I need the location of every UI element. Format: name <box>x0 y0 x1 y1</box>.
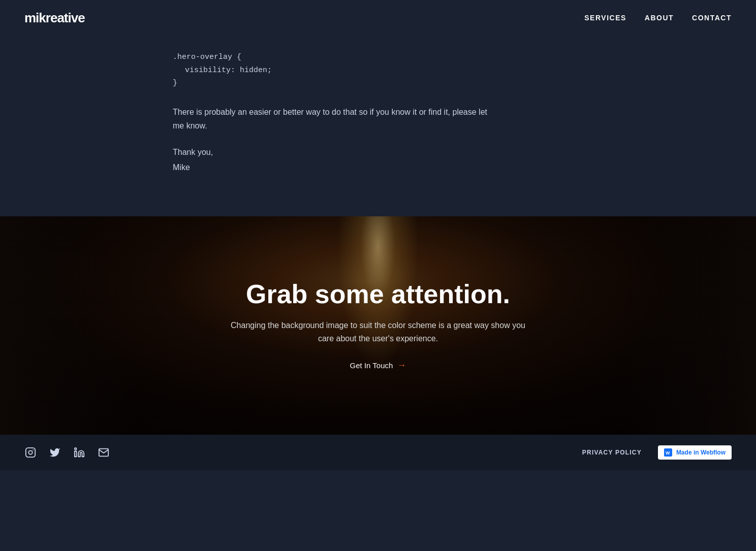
svg-point-4 <box>75 447 77 449</box>
linkedin-icon[interactable] <box>73 446 85 459</box>
hero-cta-arrow: → <box>397 360 406 371</box>
code-line-3: } <box>173 77 732 90</box>
social-icons <box>24 446 110 459</box>
code-line-2: visibility: hidden; <box>173 64 732 77</box>
footer-right: PRIVACY POLICY W Made in Webflow <box>582 445 732 460</box>
webflow-label: Made in Webflow <box>676 449 726 456</box>
privacy-policy-link[interactable]: PRIVACY POLICY <box>582 449 642 456</box>
webflow-icon: W <box>664 448 672 457</box>
svg-point-2 <box>33 449 34 450</box>
instagram-icon[interactable] <box>24 446 37 459</box>
content-area: .hero-overlay { visibility: hidden; } Th… <box>0 36 756 216</box>
svg-rect-0 <box>26 447 35 457</box>
nav-about[interactable]: ABOUT <box>645 14 674 22</box>
code-block: .hero-overlay { visibility: hidden; } <box>173 51 732 90</box>
twitter-icon[interactable] <box>49 446 61 459</box>
site-header: mikreative SERVICES ABOUT CONTACT <box>0 0 756 36</box>
thank-you-text: Thank you, <box>173 145 732 160</box>
hero-content: Grab some attention. Changing the backgr… <box>215 280 541 371</box>
hero-section: Grab some attention. Changing the backgr… <box>0 216 756 435</box>
signature: Thank you, Mike <box>173 145 732 176</box>
code-line-1: .hero-overlay { <box>173 51 732 64</box>
author-name: Mike <box>173 160 732 175</box>
hero-cta-button[interactable]: Get In Touch → <box>350 360 406 371</box>
prose-text: There is probably an easier or better wa… <box>173 105 498 133</box>
svg-point-1 <box>28 450 32 454</box>
hero-title: Grab some attention. <box>226 280 530 309</box>
svg-rect-3 <box>75 451 77 457</box>
svg-text:W: W <box>666 450 670 455</box>
hero-cta-label: Get In Touch <box>350 361 393 370</box>
nav-contact[interactable]: CONTACT <box>692 14 732 22</box>
hero-subtitle: Changing the background image to suit th… <box>226 319 530 345</box>
nav-services[interactable]: SERVICES <box>584 14 626 22</box>
webflow-badge[interactable]: W Made in Webflow <box>658 445 732 460</box>
email-icon[interactable] <box>98 446 110 459</box>
site-logo[interactable]: mikreative <box>24 10 85 26</box>
site-footer: PRIVACY POLICY W Made in Webflow <box>0 435 756 470</box>
main-nav: SERVICES ABOUT CONTACT <box>584 14 732 22</box>
